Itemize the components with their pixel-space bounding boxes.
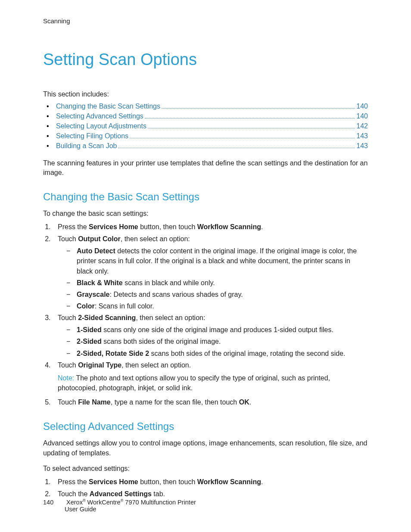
list-item: 2-Sided scans both sides of the original…	[65, 336, 368, 346]
page: Scanning Setting Scan Options This secti…	[0, 0, 411, 532]
toc-leader	[162, 108, 355, 109]
list-item: Touch the Advanced Settings tab.	[53, 489, 368, 499]
lead-paragraph: The scanning features in your printer us…	[43, 159, 368, 178]
list-item: 2-Sided, Rotate Side 2 scans both sides …	[65, 348, 368, 358]
toc-item[interactable]: Selecting Advanced Settings140	[43, 112, 368, 120]
section-heading-advanced: Selecting Advanced Settings	[43, 420, 368, 432]
toc-page: 142	[356, 122, 368, 130]
toc-leader	[145, 118, 355, 118]
toc-leader	[118, 147, 355, 148]
list-item: Touch 2-Sided Scanning, then select an o…	[53, 313, 368, 358]
sec2-steps: Press the Services Home button, then tou…	[43, 477, 368, 499]
sec1-intro: To change the basic scan settings:	[43, 209, 368, 218]
section-intro: This section includes:	[43, 90, 368, 98]
toc-label: Selecting Layout Adjustments	[56, 122, 146, 130]
registered-icon: ®	[83, 498, 86, 503]
toc-leader	[130, 137, 355, 138]
footer-line2: User Guide	[65, 506, 96, 513]
toc-page: 140	[356, 112, 368, 120]
sec1-steps: Press the Services Home button, then tou…	[43, 222, 368, 408]
toc-page: 140	[356, 103, 368, 110]
list-item: Touch File Name, type a name for the sca…	[53, 397, 368, 408]
sublist: Auto Detect detects the color content in…	[58, 246, 368, 311]
list-item: Grayscale: Detects and scans various sha…	[65, 289, 368, 299]
page-title: Setting Scan Options	[43, 50, 368, 69]
toc-label: Selecting Filing Options	[56, 132, 128, 140]
note-label: Note:	[58, 374, 74, 382]
list-item: Auto Detect detects the color content in…	[65, 246, 368, 276]
footer-brand: Xerox® WorkCentre® 7970 Multifunction Pr…	[66, 499, 196, 506]
toc-item[interactable]: Selecting Layout Adjustments142	[43, 122, 368, 130]
toc-label: Changing the Basic Scan Settings	[56, 103, 160, 110]
section-heading-basic: Changing the Basic Scan Settings	[43, 191, 368, 203]
sublist: 1-Sided scans only one side of the origi…	[58, 325, 368, 358]
note-text: The photo and text options allow you to …	[58, 374, 330, 392]
note-block: Note: The photo and text options allow y…	[58, 373, 368, 393]
list-item: Color: Scans in full color.	[65, 301, 368, 311]
toc-label: Building a Scan Job	[56, 142, 117, 150]
list-item: Black & White scans in black and while o…	[65, 278, 368, 288]
toc-label: Selecting Advanced Settings	[56, 112, 143, 120]
list-item: 1-Sided scans only one side of the origi…	[65, 325, 368, 335]
toc-item[interactable]: Selecting Filing Options143	[43, 132, 368, 140]
toc-page: 143	[356, 132, 368, 140]
list-item: Press the Services Home button, then tou…	[53, 222, 368, 232]
toc-list: Changing the Basic Scan Settings140 Sele…	[43, 103, 368, 150]
list-item: Touch Output Color, then select an optio…	[53, 234, 368, 311]
page-footer: 140 Xerox® WorkCentre® 7970 Multifunctio…	[43, 498, 368, 513]
list-item: Touch Original Type, then select an opti…	[53, 360, 368, 393]
chapter-label: Scanning	[43, 17, 368, 25]
toc-leader	[148, 128, 355, 128]
toc-item[interactable]: Building a Scan Job143	[43, 142, 368, 150]
list-item: Press the Services Home button, then tou…	[53, 477, 368, 487]
sec2-p1: Advanced settings allow you to control i…	[43, 439, 368, 458]
toc-item[interactable]: Changing the Basic Scan Settings140	[43, 103, 368, 110]
toc-page: 143	[356, 142, 368, 150]
sec2-p2: To select advanced settings:	[43, 464, 368, 473]
footer-page-number: 140	[43, 499, 65, 506]
